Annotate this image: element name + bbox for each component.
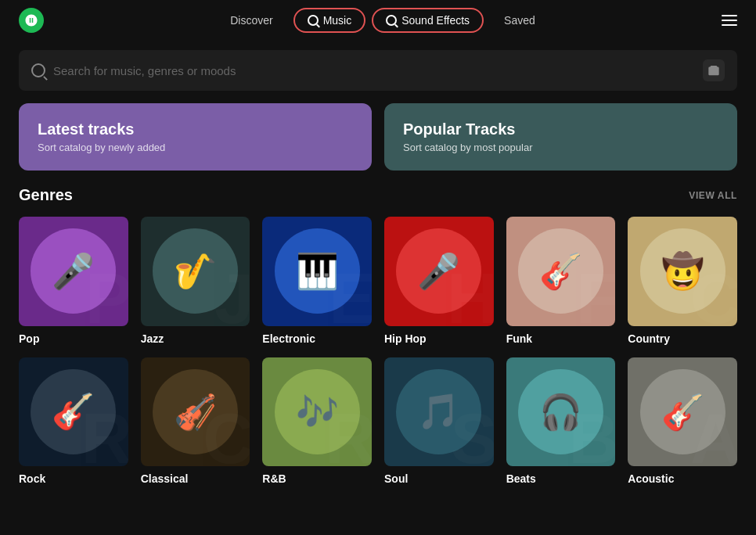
nav-links: Discover Music Sound Effects Saved — [216, 8, 549, 33]
popular-tracks-subtitle: Sort catalog by most popular — [403, 142, 718, 153]
nav-sound-effects[interactable]: Sound Effects — [372, 8, 484, 33]
genre-item-electronic[interactable]: 🎹 E Electronic — [262, 217, 372, 345]
latest-tracks-subtitle: Sort catalog by newly added — [38, 142, 353, 153]
genre-thumb-hiphop: 🎤 H — [384, 217, 494, 326]
genre-item-funk[interactable]: 🎸 F Funk — [506, 217, 616, 345]
genre-thumb-jazz: 🎷 J — [141, 217, 250, 326]
genre-item-hiphop[interactable]: 🎤 H Hip Hop — [384, 217, 494, 345]
view-all-button[interactable]: VIEW ALL — [689, 190, 737, 201]
genre-label-hiphop: Hip Hop — [384, 332, 494, 345]
genre-item-soul[interactable]: 🎵 S Soul — [384, 357, 494, 486]
promo-cards: Latest tracks Sort catalog by newly adde… — [19, 103, 737, 171]
genre-label-country: Country — [628, 332, 737, 345]
genre-thumb-rnb: 🎶 R — [262, 357, 372, 467]
genre-label-classical: Classical — [141, 472, 250, 485]
genre-thumb-soul: 🎵 S — [384, 357, 494, 467]
nav-saved[interactable]: Saved — [490, 8, 549, 33]
nav-music-label: Music — [323, 14, 352, 27]
genre-label-soul: Soul — [384, 472, 494, 485]
genre-label-pop: Pop — [19, 332, 128, 345]
genre-thumb-acoustic: 🎸 A — [628, 357, 737, 467]
genre-item-rock[interactable]: 🎸 R Rock — [19, 357, 128, 486]
latest-tracks-title: Latest tracks — [38, 120, 353, 138]
genre-thumb-funk: 🎸 F — [506, 217, 616, 326]
genre-thumb-electronic: 🎹 E — [262, 217, 372, 326]
nav-music[interactable]: Music — [293, 8, 366, 33]
genre-item-classical[interactable]: 🎻 C Classical — [141, 357, 250, 486]
nav-discover[interactable]: Discover — [216, 8, 286, 33]
logo[interactable] — [19, 8, 44, 33]
nav-discover-label: Discover — [230, 14, 272, 27]
genre-item-pop[interactable]: 🎤 P Pop — [19, 217, 128, 345]
genre-item-acoustic[interactable]: 🎸 A Acoustic — [628, 357, 737, 486]
popular-tracks-title: Popular Tracks — [403, 120, 718, 138]
nav-saved-label: Saved — [504, 14, 535, 27]
genre-item-jazz[interactable]: 🎷 J Jazz — [141, 217, 250, 345]
genre-label-rock: Rock — [19, 472, 128, 485]
genre-thumb-rock: 🎸 R — [19, 357, 128, 467]
genre-label-beats: Beats — [506, 472, 616, 485]
sfx-search-icon — [386, 15, 397, 26]
genre-thumb-pop: 🎤 P — [19, 217, 128, 326]
camera-icon[interactable] — [703, 59, 725, 81]
genre-thumb-country: 🤠 C — [628, 217, 737, 326]
genres-header: Genres VIEW ALL — [19, 186, 737, 204]
search-bar-icon — [31, 63, 45, 77]
genre-label-rnb: R&B — [262, 472, 372, 485]
genre-grid: 🎤 P Pop 🎷 J Jazz 🎹 — [19, 217, 737, 485]
genre-label-jazz: Jazz — [141, 332, 250, 345]
genre-label-acoustic: Acoustic — [628, 472, 737, 485]
genre-item-rnb[interactable]: 🎶 R R&B — [262, 357, 372, 486]
nav-sfx-label: Sound Effects — [401, 14, 470, 27]
genre-item-country[interactable]: 🤠 C Country — [628, 217, 737, 345]
search-bar — [19, 50, 737, 91]
genres-section: Genres VIEW ALL 🎤 P Pop 🎷 J — [19, 186, 737, 485]
hamburger-menu[interactable] — [722, 15, 737, 26]
logo-icon — [24, 13, 38, 27]
music-search-icon — [308, 15, 319, 26]
genre-thumb-beats: 🎧 B — [506, 357, 616, 467]
genres-title: Genres — [19, 186, 73, 204]
genre-thumb-classical: 🎻 C — [141, 357, 250, 467]
genre-item-beats[interactable]: 🎧 B Beats — [506, 357, 616, 486]
genre-label-electronic: Electronic — [262, 332, 372, 345]
search-input[interactable] — [53, 64, 695, 77]
navigation: Discover Music Sound Effects Saved — [0, 0, 756, 41]
genre-label-funk: Funk — [506, 332, 616, 345]
popular-tracks-card[interactable]: Popular Tracks Sort catalog by most popu… — [384, 103, 737, 171]
latest-tracks-card[interactable]: Latest tracks Sort catalog by newly adde… — [19, 103, 372, 171]
